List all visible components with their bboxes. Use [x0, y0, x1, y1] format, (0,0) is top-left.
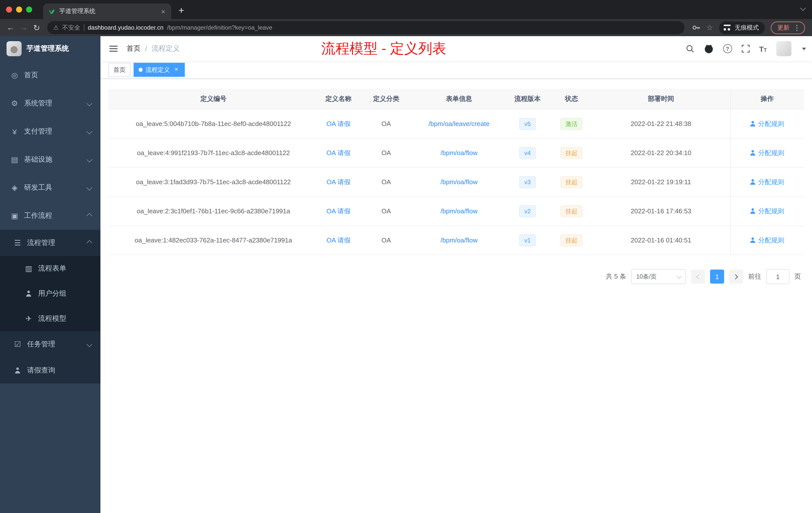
- definition-name-link[interactable]: OA 请假: [326, 120, 350, 127]
- sidebar-menu: ◎首页⚙系统管理¥支付管理▤基础设施◈研发工具▣工作流程☰流程管理▥流程表单用户…: [0, 61, 100, 384]
- table-row: oa_leave:4:991f2193-7b7f-11ec-a3c8-acde4…: [109, 138, 804, 168]
- tab-search-icon[interactable]: [801, 3, 805, 12]
- pagination-total: 共 5 条: [606, 272, 626, 281]
- favicon-leaf-icon: [48, 8, 55, 15]
- tag-close-icon[interactable]: ×: [173, 66, 180, 73]
- tag-process-definition[interactable]: 流程定义 ×: [134, 63, 185, 77]
- form-info-link[interactable]: /bpm/oa/leave/create: [429, 120, 490, 127]
- font-size-icon[interactable]: [759, 45, 767, 53]
- reload-icon[interactable]: ↻: [30, 21, 43, 34]
- column-header: 流程版本: [504, 89, 551, 109]
- status-badge: 激活: [560, 118, 582, 130]
- definition-name-link[interactable]: OA 请假: [326, 149, 350, 156]
- form-info-link[interactable]: /bpm/oa/flow: [440, 236, 477, 244]
- sidebar-item-infrastructure[interactable]: ▤基础设施: [0, 146, 100, 174]
- browser-tab[interactable]: 芋道管理系统 ×: [43, 3, 171, 19]
- maximize-window-button[interactable]: [26, 6, 32, 12]
- deploy-time: 2022-01-22 21:48:38: [631, 120, 691, 127]
- page-1-button[interactable]: 1: [710, 270, 724, 283]
- definition-name-link[interactable]: OA 请假: [326, 207, 350, 215]
- forward-icon[interactable]: →: [17, 21, 30, 34]
- assign-rule-link[interactable]: 分配规则: [750, 207, 784, 216]
- paper-plane-icon: ✈: [23, 314, 34, 323]
- sidebar-item-system-management[interactable]: ⚙系统管理: [0, 89, 100, 117]
- sidebar-item-user-group[interactable]: 用户分组: [0, 281, 100, 306]
- column-header: 定义名称: [318, 89, 358, 109]
- form-info-link[interactable]: /bpm/oa/flow: [440, 178, 477, 186]
- content-area: 定义编号定义名称定义分类表单信息流程版本状态部署时间操作 oa_leave:5:…: [100, 79, 812, 513]
- form-info-link[interactable]: /bpm/oa/flow: [440, 149, 477, 157]
- sidebar-item-task-management[interactable]: ☑任务管理: [0, 331, 100, 357]
- avatar[interactable]: [776, 41, 791, 56]
- sidebar-item-process-management[interactable]: ☰流程管理: [0, 230, 100, 256]
- back-icon[interactable]: ←: [4, 21, 17, 34]
- minimize-window-button[interactable]: [16, 6, 22, 12]
- deploy-time: 2022-01-22 19:19:11: [631, 178, 691, 186]
- sidebar-item-process-form[interactable]: ▥流程表单: [0, 256, 100, 281]
- column-header: 定义编号: [109, 89, 318, 109]
- not-secure-warning-icon: ⚠: [53, 24, 59, 31]
- toolbox-icon: ◈: [9, 183, 20, 192]
- update-button[interactable]: 更新 ⋮: [771, 21, 805, 34]
- page-annotation-title: 流程模型 - 定义列表: [321, 39, 446, 58]
- goto-label: 前往: [748, 272, 761, 281]
- active-tag-dot: [139, 68, 143, 72]
- definition-name-link[interactable]: OA 请假: [326, 236, 350, 244]
- url-host: dashboard.yudao.iocoder.cn: [88, 24, 164, 31]
- form-info-link[interactable]: /bpm/oa/flow: [440, 207, 477, 215]
- definition-id: oa_leave:1:482ec033-762a-11ec-8477-a2380…: [135, 236, 292, 244]
- assign-rule-label: 分配规则: [758, 207, 784, 216]
- assign-rule-link[interactable]: 分配规则: [750, 148, 784, 157]
- tab-close-icon[interactable]: ×: [160, 7, 166, 15]
- sidebar-item-label: 流程表单: [38, 264, 66, 273]
- assign-rule-link[interactable]: 分配规则: [750, 177, 784, 186]
- definition-name-link[interactable]: OA 请假: [326, 178, 350, 185]
- new-tab-button[interactable]: +: [174, 3, 188, 18]
- definition-category: OA: [381, 149, 391, 157]
- person-icon: [750, 237, 756, 243]
- address-bar[interactable]: ⚠ 不安全 dashboard.yudao.iocoder.cn /bpm/ma…: [47, 21, 684, 34]
- goto-page-input[interactable]: [766, 269, 789, 284]
- tab-title: 芋道管理系统: [59, 7, 156, 16]
- assign-rule-link[interactable]: 分配规则: [750, 236, 784, 245]
- sidebar-item-home[interactable]: ◎首页: [0, 61, 100, 89]
- prev-page-button[interactable]: [691, 270, 705, 283]
- tag-home[interactable]: 首页: [109, 63, 130, 77]
- search-icon[interactable]: [686, 44, 694, 53]
- sidebar-item-dev-tools[interactable]: ◈研发工具: [0, 174, 100, 202]
- browser-menu-icon[interactable]: ⋮: [793, 24, 801, 32]
- sidebar-item-label: 系统管理: [24, 99, 52, 108]
- sidebar-item-workflow[interactable]: ▣工作流程: [0, 202, 100, 230]
- table-header-row: 定义编号定义名称定义分类表单信息流程版本状态部署时间操作: [109, 89, 804, 109]
- status-badge: 挂起: [560, 176, 582, 188]
- next-page-button[interactable]: [729, 270, 743, 283]
- assign-rule-label: 分配规则: [758, 177, 784, 186]
- breadcrumb-current: 流程定义: [152, 44, 180, 53]
- chevron-down-icon: [87, 157, 92, 163]
- tags-view: 首页 流程定义 ×: [100, 61, 812, 79]
- key-icon[interactable]: [691, 23, 700, 32]
- sidebar-item-process-model[interactable]: ✈流程模型: [0, 306, 100, 331]
- chevron-down-icon: [87, 129, 92, 134]
- version-tag: v2: [519, 205, 535, 217]
- bookmark-star-icon[interactable]: ☆: [706, 23, 713, 32]
- person-icon: [750, 179, 756, 185]
- table-row: oa_leave:2:3c1f0ef1-76b1-11ec-9c66-a2380…: [109, 197, 804, 225]
- help-icon[interactable]: [723, 44, 732, 53]
- status-badge: 挂起: [560, 147, 582, 159]
- toolbar-right: ☆ 无痕模式 更新 ⋮: [688, 21, 808, 34]
- sidebar-item-payment-management[interactable]: ¥支付管理: [0, 117, 100, 146]
- github-icon[interactable]: [704, 44, 713, 54]
- tag-label: 首页: [114, 65, 125, 74]
- page-size-select[interactable]: 10条/页: [631, 269, 686, 284]
- breadcrumb-home[interactable]: 首页: [126, 44, 141, 53]
- avatar-dropdown-caret-icon[interactable]: [802, 48, 806, 50]
- fullscreen-icon[interactable]: [742, 45, 750, 53]
- person-icon: [750, 208, 756, 214]
- assign-rule-link[interactable]: 分配规则: [750, 119, 784, 128]
- incognito-label: 无痕模式: [735, 23, 759, 32]
- close-window-button[interactable]: [6, 6, 12, 12]
- sidebar-logo-row: 芋道管理系统: [0, 36, 100, 61]
- sidebar-collapse-icon[interactable]: [110, 48, 117, 49]
- sidebar-item-leave-query[interactable]: 请假查询: [0, 357, 100, 384]
